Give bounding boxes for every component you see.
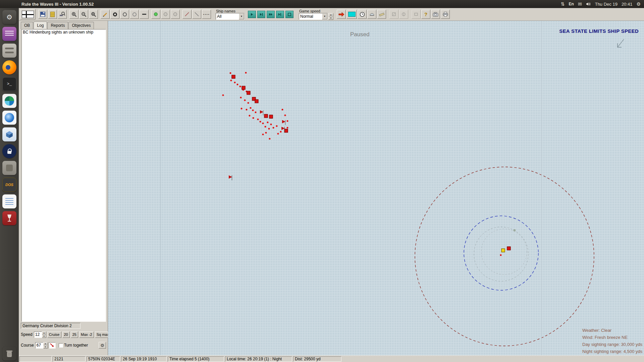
friendly-ship-marker[interactable] (501, 249, 505, 252)
tab-objectives[interactable]: Objectives (68, 22, 94, 29)
zoom-in-button[interactable] (69, 10, 78, 19)
volume-icon[interactable] (586, 2, 591, 6)
game-speed-spinner[interactable]: ▲ ▼ (328, 13, 333, 20)
tab-reports[interactable]: Reports (47, 22, 68, 29)
tab-ob[interactable]: OB (21, 22, 33, 29)
launcher-icon-archive[interactable] (2, 44, 16, 58)
spin-up-icon[interactable]: ▲ (42, 331, 46, 335)
range-circle-alt-button[interactable] (130, 10, 139, 19)
contact-dot (500, 254, 502, 256)
launcher-icon-text-editor[interactable] (2, 27, 16, 41)
help-button[interactable]: ? (421, 10, 430, 19)
spin-down-icon[interactable]: ▼ (43, 345, 48, 349)
ship-names-select[interactable]: All ▼ (216, 13, 245, 20)
spin-down-icon[interactable]: ▼ (328, 16, 333, 20)
game-speed-group: Game speed Normal ▼ (299, 9, 328, 20)
zoom-out-button[interactable] (79, 10, 88, 19)
launcher-icon-virtualbox[interactable] (2, 127, 16, 141)
enemy-ship-marker[interactable] (255, 100, 259, 103)
remove-line-button[interactable] (140, 10, 149, 19)
signal-light-3-button[interactable] (171, 10, 180, 19)
map[interactable]: Paused SEA STATE LIMITS SHIP SPEED Weath… (108, 21, 644, 355)
speed-stepper[interactable]: 12 ▲ ▼ (34, 331, 46, 338)
enemy-ship-marker[interactable] (242, 86, 246, 90)
launcher-icon-documents[interactable] (2, 194, 16, 208)
enemy-flag-marker[interactable] (229, 175, 232, 179)
dropdown-arrow-icon[interactable]: ▼ (239, 13, 244, 19)
signal-light-2-button[interactable] (161, 10, 170, 19)
clock-date[interactable]: Thu Dec 19 (595, 2, 618, 7)
speed-value[interactable]: 12 (34, 331, 42, 338)
launcher-icon-settings[interactable]: ⚙ (2, 10, 16, 24)
enemy-ship-marker[interactable] (232, 75, 235, 79)
dotted-line-button[interactable]: ···· (202, 10, 211, 19)
find-ship-button[interactable] (58, 10, 67, 19)
screenshot-button[interactable] (431, 10, 440, 19)
time-step-1-button[interactable] (248, 11, 256, 18)
time-step-4-button[interactable] (276, 11, 284, 18)
print-button[interactable] (441, 10, 450, 19)
formation-settings-button[interactable]: ⚙ (99, 342, 106, 349)
trash-icon[interactable] (2, 347, 16, 361)
turn-together-checkbox[interactable] (59, 343, 63, 348)
binoculars-button[interactable] (110, 10, 119, 19)
spin-up-icon[interactable]: ▲ (43, 342, 48, 346)
launcher-icon-inactive-app[interactable] (2, 161, 16, 175)
speed-max2-button[interactable]: Max -2 (79, 331, 94, 338)
enemy-flag-marker[interactable] (260, 110, 263, 114)
contact-dot (265, 126, 266, 128)
spin-down-icon[interactable]: ▼ (42, 335, 46, 338)
course-stepper[interactable]: 67 ▲ ▼ (35, 342, 48, 349)
launcher-icon-keyring[interactable] (2, 144, 16, 158)
clock-button[interactable] (358, 10, 367, 19)
friendly-ship-marker[interactable] (507, 247, 511, 250)
speed-cruise-button[interactable]: Cruise (47, 331, 61, 338)
save-button[interactable] (38, 10, 47, 19)
dark-ring-icon (113, 12, 117, 16)
launcher-icon-browser[interactable] (2, 111, 16, 125)
draw-line-button[interactable] (101, 10, 110, 19)
advance-turn-button[interactable] (337, 10, 346, 19)
enemy-flag-marker[interactable] (281, 127, 285, 130)
contact-dot (237, 84, 238, 85)
zoom-fit-button[interactable] (89, 10, 98, 19)
enemy-ship-marker[interactable] (247, 91, 251, 95)
log-list[interactable]: BC Hindenburg sights an unknown ship (21, 29, 106, 322)
marker-layer (108, 21, 644, 355)
plot-course-button[interactable] (49, 342, 56, 349)
signal-light-green-button[interactable] (151, 10, 160, 19)
course-value[interactable]: 67 (35, 342, 43, 349)
sea-color-button[interactable] (346, 10, 357, 19)
spin-up-icon[interactable]: ▲ (328, 13, 333, 16)
enemy-ship-marker[interactable] (269, 115, 273, 119)
launcher-icon-wine[interactable] (2, 211, 16, 225)
nation-flag-button[interactable] (20, 9, 36, 19)
game-speed-select[interactable]: Normal ▼ (299, 13, 328, 20)
speed-20-button[interactable]: 20 (62, 331, 70, 338)
course-line-button[interactable] (182, 10, 192, 19)
log-entry[interactable]: BC Hindenburg sights an unknown ship (22, 29, 106, 35)
ruler-button[interactable] (377, 10, 386, 19)
dropdown-arrow-icon[interactable]: ▼ (322, 13, 327, 19)
course-line-alt-button[interactable] (192, 10, 201, 19)
enemy-flag-marker[interactable] (282, 120, 285, 123)
keyboard-layout-label[interactable]: En (569, 2, 574, 6)
time-step-5-button[interactable] (285, 11, 293, 18)
enemy-ship-marker[interactable] (264, 114, 268, 118)
speed-25-button[interactable]: 25 (71, 331, 78, 338)
tab-log[interactable]: Log (34, 21, 47, 29)
launcher-icon-firefox[interactable] (2, 60, 16, 74)
launcher-icon-dosbox[interactable]: DOS (2, 178, 16, 192)
time-step-2-button[interactable] (257, 11, 265, 18)
clock-time[interactable]: 20:41 (622, 2, 633, 7)
log-notes-button[interactable] (48, 10, 57, 19)
time-step-3-button[interactable] (267, 11, 275, 18)
mail-icon[interactable]: ✉ (578, 2, 582, 6)
protractor-button[interactable] (367, 10, 376, 19)
keyboard-indicator-icon[interactable]: ⇅ (561, 2, 565, 6)
session-gear-icon[interactable]: ⚙ (636, 2, 641, 6)
launcher-icon-media-player[interactable] (2, 94, 16, 108)
launcher-icon-terminal[interactable]: >_ (2, 77, 16, 91)
enemy-ship-marker[interactable] (284, 129, 288, 133)
range-circle-button[interactable] (120, 10, 129, 19)
